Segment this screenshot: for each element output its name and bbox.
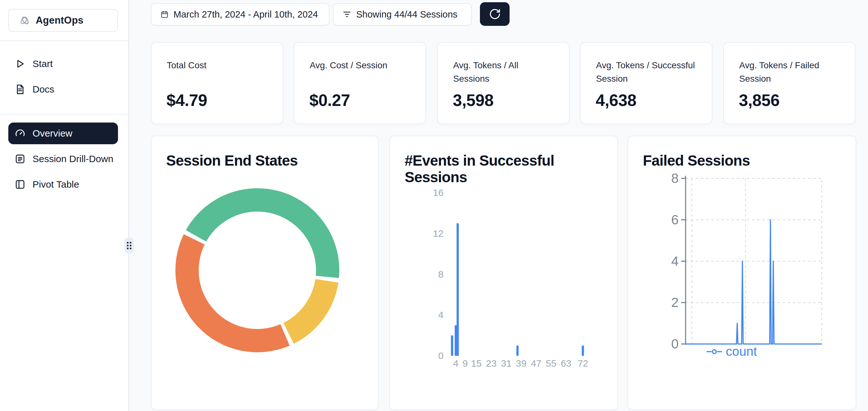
session-filter-label: Showing 44/44 Sessions: [356, 9, 458, 20]
stat-card-avg-tokens-failed: Avg. Tokens / Failed Session 3,856: [723, 42, 856, 124]
date-range-button[interactable]: March 27th, 2024 - April 10th, 2024: [151, 3, 330, 26]
x-tick-label: 55: [546, 358, 556, 369]
sidebar-item-label: Session Drill-Down: [33, 153, 113, 164]
sidebar-divider: [0, 114, 129, 115]
count-legend[interactable]: count: [690, 344, 773, 359]
list-box-icon: [15, 153, 26, 164]
y-tick-label: 4: [671, 254, 679, 269]
donut-slice-fail[interactable]: [175, 234, 289, 352]
stat-value: $4.79: [166, 91, 207, 110]
session-filter-button[interactable]: Showing 44/44 Sessions: [333, 3, 472, 26]
date-range-label: March 27th, 2024 - April 10th, 2024: [174, 9, 318, 20]
x-tick-label: 23: [486, 358, 496, 369]
donut-slice-indeterminate[interactable]: [283, 279, 338, 344]
y-tick-label: 2: [671, 295, 679, 310]
x-tick-label: 72: [578, 358, 588, 369]
sidebar-divider: [0, 40, 129, 41]
sidebar-item-session-drill-down[interactable]: Session Drill-Down: [8, 149, 118, 169]
main-content: March 27th, 2024 - April 10th, 2024 Show…: [130, 0, 868, 411]
agentops-logo-icon: [19, 15, 30, 26]
y-tick-label: 16: [433, 187, 443, 198]
histogram-bar[interactable]: [582, 346, 584, 356]
failed-sessions-card: Failed Sessions 02468 count: [627, 136, 856, 410]
stat-value: 4,638: [596, 91, 637, 110]
x-tick-label: 47: [531, 358, 541, 369]
stat-card-avg-cost: Avg. Cost / Session $0.27: [294, 42, 426, 124]
x-tick-label: 15: [471, 358, 482, 369]
stat-label: Avg. Tokens / All Sessions: [453, 59, 557, 86]
stat-value: 3,598: [453, 91, 494, 110]
sidebar-item-label: Start: [33, 58, 53, 69]
sidebar-item-start[interactable]: Start: [8, 54, 118, 74]
play-icon: [15, 58, 26, 69]
brand-name: AgentOps: [36, 15, 84, 26]
refresh-button[interactable]: [480, 2, 509, 26]
x-tick-label: 63: [561, 358, 571, 369]
y-tick-label: 0: [438, 350, 443, 361]
y-tick-label: 0: [671, 336, 679, 351]
sidebar-item-label: Overview: [33, 128, 72, 139]
line-series-marker-icon: [707, 349, 722, 354]
y-tick-label: 4: [438, 310, 443, 320]
count-legend-label: count: [726, 344, 757, 359]
sidebar-item-label: Pivot Table: [33, 179, 79, 190]
x-tick-label: 9: [462, 358, 468, 369]
y-tick-label: 8: [438, 269, 443, 280]
count-series-line[interactable]: [686, 220, 822, 344]
gauge-icon: [15, 128, 26, 139]
calendar-icon: [160, 10, 169, 19]
histogram-bar[interactable]: [457, 223, 459, 356]
donut-slice-success[interactable]: [186, 188, 339, 278]
failed-sessions-line-chart: 02468: [628, 136, 856, 410]
histogram-bar[interactable]: [516, 346, 519, 356]
y-tick-label: 6: [671, 212, 679, 227]
x-tick-label: 31: [501, 358, 512, 369]
panel-icon: [15, 179, 26, 190]
session-end-states-card: Session End States SuccessFailIndetermin…: [151, 136, 378, 410]
stat-label: Avg. Cost / Session: [310, 59, 413, 72]
stat-value: $0.27: [309, 91, 350, 110]
stat-label: Total Cost: [167, 59, 271, 72]
sidebar-item-pivot-table[interactable]: Pivot Table: [8, 175, 118, 194]
brand-logo-box[interactable]: AgentOps: [8, 9, 118, 32]
x-tick-label: 39: [516, 358, 526, 369]
filter-icon: [342, 10, 351, 19]
events-histogram-chart: 0481216491523313947556372: [390, 136, 618, 410]
session-end-states-donut-chart: [152, 136, 378, 410]
stat-card-total-cost: Total Cost $4.79: [151, 42, 283, 124]
sidebar-item-docs[interactable]: Docs: [8, 80, 118, 99]
y-tick-label: 12: [433, 228, 443, 239]
stat-value: 3,856: [739, 91, 780, 110]
x-tick-label: 4: [453, 358, 459, 369]
histogram-bar[interactable]: [451, 335, 453, 356]
refresh-icon: [489, 8, 501, 20]
sidebar: AgentOps Start Docs Overview Session Dri…: [0, 0, 129, 411]
stat-label: Avg. Tokens / Successful Session: [596, 59, 700, 86]
stat-label: Avg. Tokens / Failed Session: [739, 59, 843, 86]
file-icon: [15, 84, 26, 95]
sidebar-item-label: Docs: [33, 84, 54, 95]
sidebar-item-overview[interactable]: Overview: [8, 122, 118, 144]
y-tick-label: 8: [671, 171, 679, 186]
stat-card-avg-tokens-all: Avg. Tokens / All Sessions 3,598: [437, 42, 569, 124]
stat-card-avg-tokens-success: Avg. Tokens / Successful Session 4,638: [580, 42, 712, 124]
events-histogram-card: #Events in Successful Sessions 048121649…: [390, 136, 618, 410]
